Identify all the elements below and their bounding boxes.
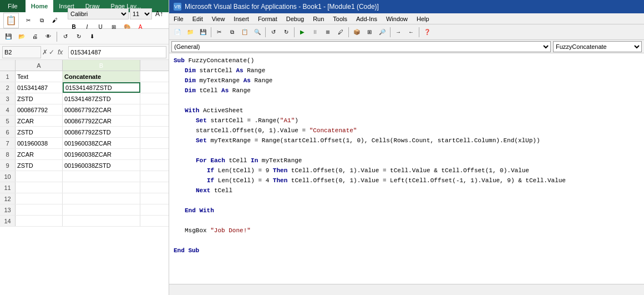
print-button[interactable]: 🖨 (29, 31, 41, 43)
toolbar-sep-2 (265, 27, 266, 37)
row-num: 1 (0, 71, 16, 82)
vba-new-button[interactable]: 📄 (171, 26, 184, 38)
increase-font-button[interactable]: A↑ (153, 8, 165, 20)
cell-a3[interactable]: ZSTD (16, 93, 63, 104)
menu-format[interactable]: Format (253, 15, 282, 23)
tab-file[interactable]: File (0, 0, 26, 12)
cell-b7[interactable]: 001960038ZCAR (63, 138, 140, 148)
vba-indent-button[interactable]: → (392, 26, 404, 38)
menu-file[interactable]: File (169, 15, 188, 23)
vba-redo-button[interactable]: ↻ (280, 26, 292, 38)
cell-b4[interactable]: 000867792ZCAR (63, 104, 140, 115)
menu-edit[interactable]: Edit (188, 15, 207, 23)
cancel-formula-icon[interactable]: ✗ (42, 48, 48, 56)
undo-button[interactable]: ↺ (59, 31, 72, 43)
cut-button[interactable]: ✂ (22, 14, 34, 27)
enter-formula-icon[interactable]: ✓ (49, 48, 54, 56)
sort-button[interactable]: ⬇ (86, 31, 98, 43)
formula-input[interactable] (68, 46, 166, 58)
row-num: 10 (0, 171, 16, 182)
name-box[interactable]: B2 (2, 46, 41, 58)
print-preview-button[interactable]: 👁 (42, 31, 54, 43)
vba-object-select[interactable]: (General) (171, 41, 551, 52)
cell-a7[interactable]: 001960038 (16, 138, 63, 148)
save-button[interactable]: 💾 (2, 31, 14, 43)
cell-a11[interactable] (16, 182, 63, 193)
cell-a5[interactable]: ZCAR (16, 116, 63, 126)
vba-menu-bar: File Edit View Insert Format Debug Run T… (169, 13, 644, 24)
copy-button[interactable]: ⧉ (36, 14, 48, 27)
vba-find-button[interactable]: 🔍 (251, 26, 263, 38)
cell-b9[interactable]: 001960038ZSTD (63, 160, 140, 171)
open-button[interactable]: 📂 (16, 31, 28, 43)
row-num: 13 (0, 204, 16, 215)
menu-run[interactable]: Run (308, 15, 328, 23)
cell-a12[interactable] (16, 193, 63, 204)
row-num: 9 (0, 160, 16, 171)
col-header-b[interactable]: B (63, 60, 140, 71)
cell-a13[interactable] (16, 204, 63, 215)
vba-folder-button[interactable]: 📁 (184, 26, 196, 38)
corner-cell (0, 60, 16, 71)
cell-a4[interactable]: 000867792 (16, 104, 63, 115)
cell-b13[interactable] (63, 204, 140, 215)
menu-insert[interactable]: Insert (229, 15, 253, 23)
menu-addins[interactable]: Add-Ins (352, 15, 382, 23)
code-line: Set myTextRange = Range(startCell.Offset… (174, 136, 640, 146)
cell-b1[interactable]: Concatenate (63, 71, 140, 82)
code-line (174, 146, 640, 156)
vba-copy-button[interactable]: ⧉ (226, 26, 238, 38)
cell-b2[interactable]: 015341487ZSTD (63, 82, 140, 93)
vba-run-button[interactable]: ▶ (296, 26, 308, 38)
menu-view[interactable]: View (207, 15, 230, 23)
redo-button[interactable]: ↻ (73, 31, 85, 43)
menu-window[interactable]: Window (382, 15, 412, 23)
cell-a8[interactable]: ZCAR (16, 149, 63, 159)
format-painter-button[interactable]: 🖌 (49, 14, 61, 27)
vba-design-button[interactable]: 🖊 (334, 26, 347, 38)
font-name-select[interactable]: Calibri (68, 8, 129, 19)
toolbar-sep-1 (211, 27, 211, 37)
vba-save-button[interactable]: 💾 (197, 26, 209, 38)
vba-cut-button[interactable]: ✂ (213, 26, 225, 38)
code-line: Dim startCell As Range (174, 66, 640, 76)
paste-icon[interactable]: 📋 (3, 13, 19, 28)
vba-help-button[interactable]: ❓ (421, 26, 433, 38)
vba-reset-button[interactable]: ⏹ (322, 26, 334, 38)
vba-code-area[interactable]: Sub FuzzyConcatenate() Dim startCell As … (169, 53, 644, 284)
menu-tools[interactable]: Tools (328, 15, 352, 23)
menu-debug[interactable]: Debug (282, 15, 308, 23)
cell-a10[interactable] (16, 171, 63, 182)
cell-a6[interactable]: ZSTD (16, 127, 63, 137)
col-header-a[interactable]: A (16, 60, 63, 71)
vba-break-button[interactable]: ⏸ (309, 26, 321, 38)
cell-b14[interactable] (63, 216, 140, 226)
vba-objectbrowser-button[interactable]: 🔎 (376, 26, 388, 38)
cell-b3[interactable]: 015341487ZSTD (63, 93, 140, 104)
cell-b5[interactable]: 000867792ZCAR (63, 116, 140, 126)
cell-a2[interactable]: 015341487 (16, 82, 63, 93)
vba-properties-button[interactable]: ⊞ (363, 26, 376, 38)
cell-b10[interactable] (63, 171, 140, 182)
cell-b8[interactable]: 001960038ZCAR (63, 149, 140, 159)
cell-b12[interactable] (63, 193, 140, 204)
font-size-select[interactable]: 11 (130, 8, 152, 19)
tab-home[interactable]: Home (26, 0, 54, 12)
table-row: 14 (0, 216, 169, 227)
vba-outdent-button[interactable]: ← (405, 26, 417, 38)
table-row: 10 (0, 171, 169, 182)
vba-paste-button[interactable]: 📋 (239, 26, 251, 38)
vba-proc-select[interactable]: FuzzyConcatenate (553, 41, 642, 52)
code-line: End Sub (174, 246, 640, 256)
menu-help[interactable]: Help (412, 15, 434, 23)
cell-b11[interactable] (63, 182, 140, 193)
vba-project-button[interactable]: 📦 (351, 26, 363, 38)
cell-a1[interactable]: Text (16, 71, 63, 82)
table-row: 13 (0, 204, 169, 216)
vba-undo-button[interactable]: ↺ (267, 26, 280, 38)
cell-a9[interactable]: ZSTD (16, 160, 63, 171)
vba-object-bar: (General) FuzzyConcatenate (169, 40, 644, 53)
cell-b6[interactable]: 000867792ZSTD (63, 127, 140, 137)
table-row: 3 ZSTD 015341487ZSTD (0, 93, 169, 104)
cell-a14[interactable] (16, 216, 63, 226)
